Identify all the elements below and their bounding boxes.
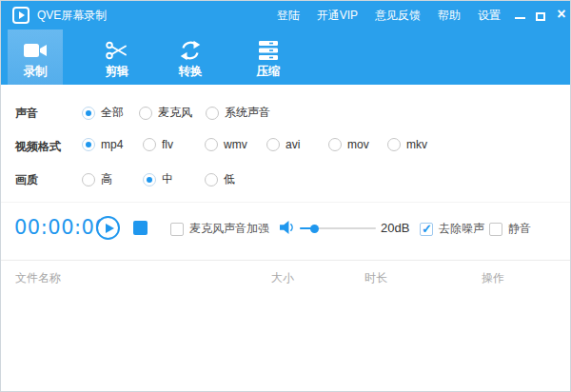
titlebar-right: 登陆 开通VIP 意见反馈 帮助 设置 × <box>268 1 571 29</box>
radio-circle <box>387 138 401 151</box>
minimize-button[interactable] <box>509 1 530 29</box>
radio-circle <box>205 138 218 151</box>
divider <box>1 202 571 203</box>
menu-settings[interactable]: 设置 <box>469 1 509 29</box>
convert-arrows-icon <box>179 40 202 61</box>
tab-bar: 录制 剪辑 转换 压缩 <box>1 29 571 85</box>
radio-circle <box>266 138 280 151</box>
tab-compress[interactable]: 压缩 <box>241 29 296 85</box>
tab-record[interactable]: 录制 <box>8 29 63 85</box>
radio-circle <box>205 173 218 186</box>
radio-label: avi <box>286 138 300 151</box>
radio-format-wmv[interactable]: wmv <box>205 138 247 151</box>
volume-slider-handle[interactable] <box>300 227 315 229</box>
checkbox-box <box>420 223 433 236</box>
sound-row-label: 声音 <box>15 106 38 122</box>
scissors-icon <box>106 40 128 61</box>
radio-label: 全部 <box>101 105 124 121</box>
radio-circle <box>82 173 95 186</box>
quality-row-label: 画质 <box>15 172 38 188</box>
menu-login[interactable]: 登陆 <box>268 1 308 29</box>
radio-label: 系统声音 <box>225 105 270 121</box>
app-logo-play-icon <box>12 7 30 24</box>
radio-label: 低 <box>224 171 235 187</box>
start-record-button[interactable] <box>96 216 120 240</box>
denoise-checkbox[interactable]: 去除噪声 <box>420 221 484 237</box>
tab-convert[interactable]: 转换 <box>163 29 218 85</box>
mute-checkbox[interactable]: 静音 <box>489 221 531 237</box>
close-icon: × <box>557 0 565 29</box>
column-header-size: 大小 <box>271 270 294 286</box>
close-button[interactable]: × <box>551 1 571 29</box>
checkbox-label: 麦克风声音加强 <box>189 221 269 237</box>
tab-label: 压缩 <box>241 64 296 80</box>
video-camera-icon <box>23 40 48 61</box>
radio-label: flv <box>162 138 173 151</box>
checkbox-box <box>489 223 502 236</box>
radio-circle <box>143 138 156 151</box>
play-icon <box>106 224 114 233</box>
radio-format-avi[interactable]: avi <box>266 138 300 151</box>
compress-stack-icon <box>257 40 280 61</box>
radio-label: 中 <box>162 171 173 187</box>
radio-quality-medium[interactable]: 中 <box>143 171 173 187</box>
format-row-label: 视频格式 <box>15 139 61 155</box>
record-timer: 00:00:00 <box>14 216 108 239</box>
title-bar: QVE屏幕录制 登陆 开通VIP 意见反馈 帮助 设置 × <box>1 1 571 29</box>
app-window: QVE屏幕录制 登陆 开通VIP 意见反馈 帮助 设置 × 录制 剪辑 转换 压… <box>0 0 571 392</box>
maximize-button[interactable] <box>530 1 551 29</box>
radio-label: 麦克风 <box>158 105 192 121</box>
tab-label: 剪辑 <box>89 64 145 80</box>
menu-help[interactable]: 帮助 <box>429 1 469 29</box>
radio-circle <box>328 138 342 151</box>
checkbox-label: 静音 <box>508 221 531 237</box>
radio-label: mkv <box>406 138 427 151</box>
menu-vip[interactable]: 开通VIP <box>308 1 366 29</box>
mic-boost-checkbox[interactable]: 麦克风声音加强 <box>170 221 269 237</box>
file-list-empty-area <box>1 286 571 392</box>
radio-format-mkv[interactable]: mkv <box>387 138 427 151</box>
radio-sound-all[interactable]: 全部 <box>82 105 124 121</box>
stop-record-button[interactable] <box>133 221 148 235</box>
radio-circle <box>206 107 219 120</box>
column-header-operation: 操作 <box>482 270 504 286</box>
radio-format-flv[interactable]: flv <box>143 138 173 151</box>
radio-circle <box>143 173 156 186</box>
minimize-icon <box>515 17 525 19</box>
app-title: QVE屏幕录制 <box>37 1 107 29</box>
radio-circle <box>82 107 95 120</box>
tab-label: 转换 <box>163 64 218 80</box>
radio-sound-system[interactable]: 系统声音 <box>206 105 270 121</box>
radio-format-mp4[interactable]: mp4 <box>82 138 123 151</box>
radio-quality-high[interactable]: 高 <box>82 171 112 187</box>
column-header-filename: 文件名称 <box>15 270 61 286</box>
radio-label: mov <box>347 138 369 151</box>
volume-slider[interactable] <box>300 227 376 229</box>
checkbox-label: 去除噪声 <box>439 221 484 237</box>
radio-label: 高 <box>101 171 112 187</box>
speaker-icon[interactable] <box>280 220 296 235</box>
radio-label: mp4 <box>101 138 123 151</box>
checkbox-box <box>170 223 184 236</box>
radio-label: wmv <box>224 138 247 151</box>
radio-sound-microphone[interactable]: 麦克风 <box>139 105 192 121</box>
tab-label: 录制 <box>8 64 63 80</box>
radio-format-mov[interactable]: mov <box>328 138 369 151</box>
column-header-duration: 时长 <box>364 270 387 286</box>
tab-edit[interactable]: 剪辑 <box>89 29 145 85</box>
maximize-icon <box>536 12 545 21</box>
volume-db-value: 20dB <box>381 221 409 235</box>
divider <box>1 260 571 261</box>
radio-circle <box>139 107 152 120</box>
radio-quality-low[interactable]: 低 <box>205 171 235 187</box>
radio-circle <box>82 138 95 151</box>
menu-feedback[interactable]: 意见反馈 <box>366 1 429 29</box>
